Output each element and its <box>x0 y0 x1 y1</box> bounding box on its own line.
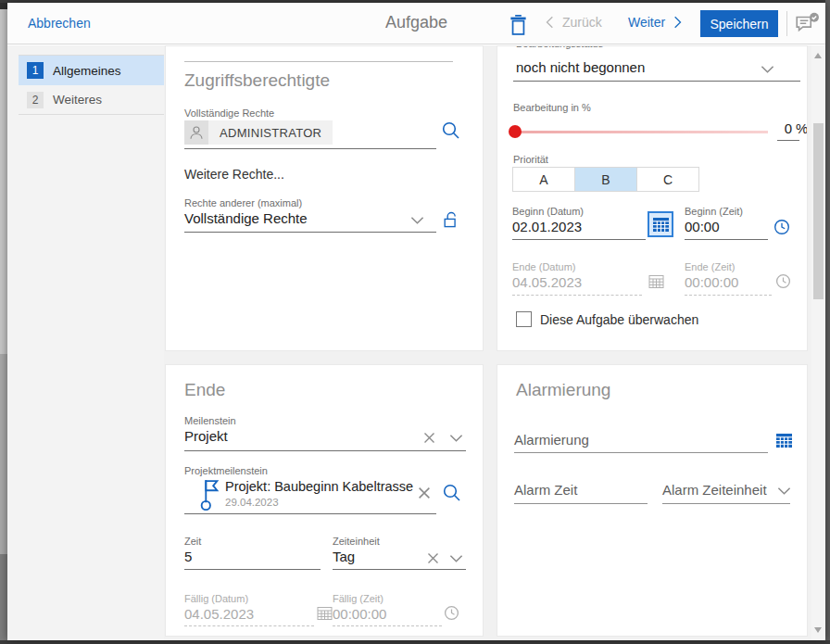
progress-unit: % <box>796 120 808 136</box>
calendar-icon <box>648 273 664 289</box>
alarm-time-unit-field[interactable]: Alarm Zeiteinheit <box>662 482 767 498</box>
chip-label: ADMINISTRATOR <box>208 120 333 145</box>
dialog-body: 1 Allgemeines 2 Weiteres Zugriffsberecht… <box>7 45 825 640</box>
step-number-badge: 1 <box>27 62 44 79</box>
scroll-down-icon[interactable] <box>814 627 822 633</box>
field-underline <box>184 232 436 233</box>
close-icon[interactable] <box>427 552 439 564</box>
calendar-icon <box>317 605 333 621</box>
step-number-badge: 2 <box>27 92 44 108</box>
scrollbar[interactable] <box>811 45 825 640</box>
window-border-right <box>825 0 830 644</box>
time-unit-value[interactable]: Tag <box>333 549 355 564</box>
chevron-down-icon[interactable] <box>761 65 774 74</box>
progress-slider-track[interactable] <box>515 131 768 133</box>
field-underline <box>685 239 768 240</box>
card-title: Alarmierung <box>516 380 610 400</box>
search-icon[interactable] <box>442 483 461 502</box>
begin-time-label: Beginn (Zeit) <box>685 206 743 217</box>
window-border-bottom <box>0 640 830 644</box>
chevron-right-icon <box>673 15 683 30</box>
clock-icon <box>444 605 459 621</box>
scrollbar-thumb[interactable] <box>813 123 824 299</box>
due-date-label: Fällig (Datum) <box>184 593 248 604</box>
dialog-title: Aufgabe <box>385 13 447 32</box>
slider-handle[interactable] <box>509 125 522 138</box>
next-button[interactable]: Weiter <box>628 15 683 30</box>
priority-segmented-control: A B C <box>512 167 699 192</box>
watch-task-checkbox[interactable] <box>516 311 532 327</box>
due-time-label: Fällig (Zeit) <box>333 593 384 604</box>
status-value[interactable]: noch nicht begonnen <box>516 59 645 75</box>
sidebar-item-allgemeines[interactable]: 1 Allgemeines <box>19 56 164 85</box>
others-rights-value[interactable]: Vollständige Rechte <box>184 210 308 226</box>
administrator-chip[interactable]: ADMINISTRATOR <box>184 120 333 145</box>
field-underline <box>512 239 646 240</box>
priority-b-button[interactable]: B <box>574 167 637 192</box>
close-icon[interactable] <box>423 432 435 444</box>
search-icon[interactable] <box>441 120 460 140</box>
begin-date-value[interactable]: 02.01.2023 <box>512 219 582 234</box>
background-window-edge <box>0 0 7 644</box>
field-underline <box>514 452 768 453</box>
due-time-value: 00:00:00 <box>333 606 386 622</box>
time-value[interactable]: 5 <box>184 549 192 564</box>
priority-c-button[interactable]: C <box>636 167 699 192</box>
begin-time-value[interactable]: 00:00 <box>685 219 720 234</box>
more-rights-link[interactable]: Weitere Rechte... <box>184 167 284 182</box>
end-card: Ende Meilenstein Projekt Projektmeilenst… <box>165 364 484 637</box>
person-icon <box>184 120 208 145</box>
chevron-down-icon[interactable] <box>449 434 463 443</box>
milestone-value[interactable]: Projekt <box>184 428 228 444</box>
back-label: Zurück <box>562 15 602 30</box>
field-underline <box>333 569 466 570</box>
chevron-left-icon <box>545 15 554 30</box>
field-underline-disabled <box>333 625 442 626</box>
time-unit-label: Zeiteinheit <box>333 536 380 547</box>
full-rights-label: Vollständige Rechte <box>184 107 274 119</box>
access-rights-card: Zugriffsberechtigte Vollständige Rechte … <box>165 45 484 351</box>
next-label: Weiter <box>628 15 665 30</box>
progress-label: Bearbeitung in % <box>513 102 591 113</box>
project-milestone-value[interactable]: Projekt: Baubeginn Kabeltrasse <box>225 479 413 494</box>
field-underline <box>662 503 790 504</box>
chevron-down-icon[interactable] <box>777 486 791 496</box>
alarm-card: Alarmierung Alarmierung Alarm Zeit Alarm… <box>497 364 808 637</box>
clipped-field-underline <box>184 61 453 62</box>
alarm-field[interactable]: Alarmierung <box>514 432 589 448</box>
step-label: Weiteres <box>53 93 102 107</box>
field-underline <box>184 513 436 514</box>
save-button[interactable]: Speichern <box>700 10 778 37</box>
alarm-time-field[interactable]: Alarm Zeit <box>514 482 577 498</box>
sidebar-item-weiteres[interactable]: 2 Weiteres <box>19 85 164 115</box>
end-date-label: Ende (Datum) <box>512 261 575 272</box>
scroll-up-icon[interactable] <box>814 53 822 58</box>
card-title: Ende <box>184 380 225 400</box>
milestone-label: Meilenstein <box>184 415 236 426</box>
end-date-value: 04.05.2023 <box>512 274 582 290</box>
delete-button[interactable] <box>508 12 529 37</box>
begin-date-picker-button[interactable] <box>648 211 673 237</box>
cancel-button[interactable]: Abbrechen <box>28 16 91 31</box>
card-title: Zugriffsberechtigte <box>184 70 330 91</box>
step-sidebar: 1 Allgemeines 2 Weiteres <box>7 45 164 640</box>
field-underline <box>184 569 321 570</box>
field-underline <box>184 450 466 451</box>
lock-open-icon[interactable] <box>442 210 460 230</box>
project-milestone-date: 29.04.2023 <box>225 497 279 508</box>
notes-button[interactable] <box>794 11 821 36</box>
begin-date-label: Beginn (Datum) <box>512 206 584 217</box>
end-time-value: 00:00:00 <box>685 274 738 290</box>
priority-a-button[interactable]: A <box>512 167 575 192</box>
chevron-down-icon[interactable] <box>449 554 463 563</box>
clock-icon <box>775 273 791 289</box>
trash-icon <box>508 12 529 37</box>
end-time-label: Ende (Zeit) <box>685 261 735 272</box>
clock-icon[interactable] <box>773 219 790 235</box>
calendar-icon[interactable] <box>775 432 793 449</box>
dialog-header: Abbrechen Aufgabe Zurück Weiter Speicher… <box>7 3 825 44</box>
time-label: Zeit <box>184 536 201 547</box>
close-icon[interactable] <box>418 486 431 499</box>
chevron-down-icon[interactable] <box>410 216 424 225</box>
field-underline <box>184 148 436 149</box>
